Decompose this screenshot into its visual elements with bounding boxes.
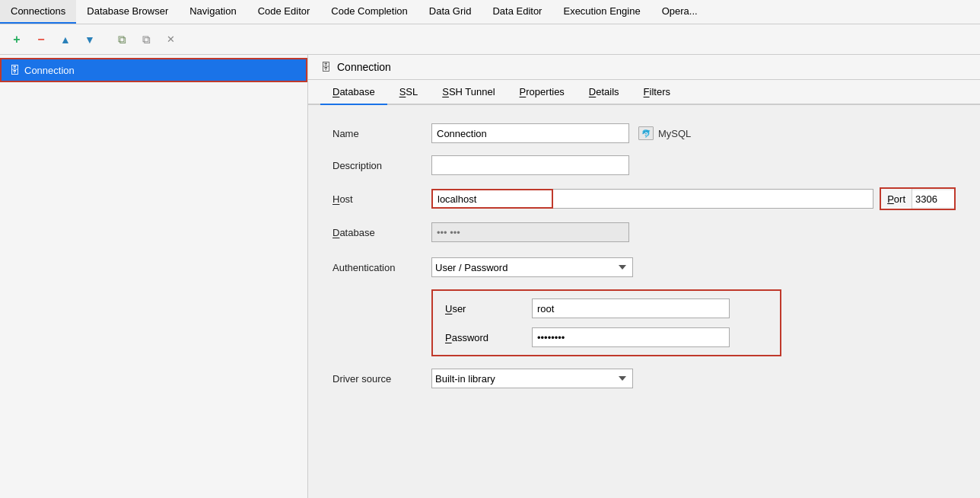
authentication-label: Authentication: [332, 262, 431, 273]
nav-item-data-grid[interactable]: Data Grid: [418, 0, 482, 24]
mysql-label: MySQL: [658, 128, 691, 139]
nav-item-connections[interactable]: Connections: [0, 0, 76, 24]
host-fill-input[interactable]: [553, 189, 873, 209]
remove-connection-button[interactable]: −: [30, 30, 52, 49]
nav-item-code-completion[interactable]: Code Completion: [320, 0, 418, 24]
paste-icon: ⧉: [142, 33, 151, 46]
tabs-bar: Database SSL SSH Tunnel Properties Detai…: [308, 80, 980, 105]
nav-item-opera[interactable]: Opera...: [651, 0, 708, 24]
right-panel: 🗄 Connection Database SSL SSH Tunnel Pro…: [308, 55, 980, 498]
description-label: Description: [332, 160, 431, 171]
mysql-icon: 🐬: [638, 126, 654, 140]
tab-ssl[interactable]: SSL: [387, 80, 431, 105]
panel-header-title: Connection: [337, 61, 391, 73]
database-input[interactable]: [431, 222, 629, 242]
port-wrap: Port: [880, 187, 956, 210]
tab-filters[interactable]: Filters: [632, 80, 682, 105]
name-input[interactable]: [431, 123, 629, 143]
arrow-up-icon: ▲: [60, 34, 71, 46]
minus-icon: −: [37, 33, 44, 46]
tab-database[interactable]: Database: [320, 80, 387, 105]
tab-database-label: Database: [332, 86, 375, 97]
clear-icon: ✕: [167, 34, 175, 45]
user-password-group: User Password: [431, 289, 781, 356]
connection-list-item-label: Connection: [24, 65, 75, 76]
panel-header: 🗄 Connection: [308, 55, 980, 80]
host-input[interactable]: [431, 189, 553, 209]
arrow-down-icon: ▼: [84, 34, 95, 46]
tab-details-label: Details: [589, 86, 619, 97]
authentication-select[interactable]: User / Password No Authentication Window…: [431, 257, 633, 277]
driver-source-row: Driver source Built-in library Custom li…: [332, 369, 956, 388]
add-icon: +: [13, 33, 20, 46]
left-panel: 🗄 Connection: [0, 55, 308, 498]
host-label: Host: [332, 193, 431, 205]
nav-item-code-editor[interactable]: Code Editor: [247, 0, 321, 24]
top-nav: Connections Database Browser Navigation …: [0, 0, 980, 24]
host-row: Host Port: [332, 187, 956, 210]
main-area: 🗄 Connection 🗄 Connection Database SSL S…: [0, 55, 980, 498]
tab-ssl-label: SSL: [399, 86, 418, 97]
clear-button[interactable]: ✕: [160, 30, 181, 49]
tab-filters-label: Filters: [644, 86, 670, 97]
nav-item-data-editor[interactable]: Data Editor: [482, 0, 552, 24]
database-label: Database: [332, 227, 431, 238]
nav-item-database-browser[interactable]: Database Browser: [76, 0, 179, 24]
move-down-button[interactable]: ▼: [79, 30, 100, 49]
password-row: Password: [433, 323, 780, 352]
tab-properties-label: Properties: [520, 86, 565, 97]
toolbar: + − ▲ ▼ ⧉ ⧉ ✕: [0, 24, 980, 55]
tab-properties[interactable]: Properties: [508, 80, 577, 105]
panel-header-icon: 🗄: [320, 61, 331, 73]
tab-details[interactable]: Details: [577, 80, 632, 105]
authentication-row: Authentication User / Password No Authen…: [332, 257, 956, 277]
driver-source-select[interactable]: Built-in library Custom library: [431, 369, 633, 388]
copy-icon: ⧉: [118, 33, 126, 46]
nav-item-execution-engine[interactable]: Execution Engine: [552, 0, 651, 24]
name-row: Name 🐬 MySQL: [332, 123, 956, 143]
add-connection-button[interactable]: +: [6, 30, 27, 49]
name-label: Name: [332, 128, 431, 139]
password-input[interactable]: [532, 327, 730, 347]
tab-ssh-tunnel-label: SSH Tunnel: [442, 86, 495, 97]
move-up-button[interactable]: ▲: [55, 30, 76, 49]
user-password-section: User Password: [332, 289, 956, 356]
paste-button[interactable]: ⧉: [135, 30, 157, 49]
tab-ssh-tunnel[interactable]: SSH Tunnel: [430, 80, 507, 105]
description-row: Description: [332, 155, 956, 175]
connection-db-icon: 🗄: [9, 64, 20, 76]
mysql-badge: 🐬 MySQL: [638, 126, 691, 140]
form-area: Name 🐬 MySQL Description Host: [308, 105, 980, 498]
port-label: Port: [881, 189, 912, 209]
user-row: User: [433, 294, 780, 323]
nav-item-navigation[interactable]: Navigation: [179, 0, 247, 24]
description-input[interactable]: [431, 155, 629, 175]
password-label: Password: [433, 332, 532, 343]
port-input[interactable]: [912, 190, 954, 207]
driver-source-label: Driver source: [332, 373, 431, 385]
host-input-wrap: [431, 189, 873, 209]
user-label: User: [433, 303, 532, 314]
user-input[interactable]: [532, 298, 730, 318]
database-row: Database: [332, 222, 956, 242]
copy-button[interactable]: ⧉: [111, 30, 132, 49]
connection-list-item[interactable]: 🗄 Connection: [0, 58, 307, 82]
